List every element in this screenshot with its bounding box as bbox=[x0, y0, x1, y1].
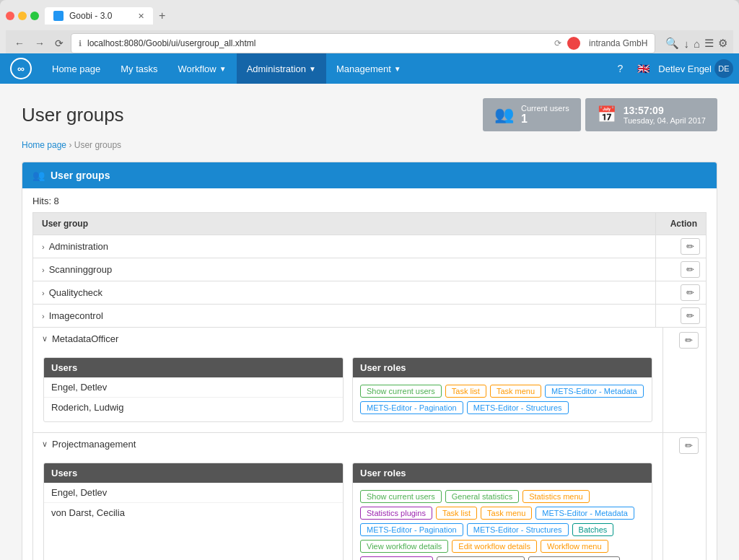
menu-icon[interactable]: ☰ bbox=[704, 37, 714, 50]
expanded-content: Users Engel, Detlevvon Darst, Cecilia Us… bbox=[33, 455, 663, 560]
address-bar[interactable]: ℹ localhost:8080/Goobi/ui/usergroup_all.… bbox=[71, 33, 655, 53]
chevron-down-icon: ∨ bbox=[42, 334, 48, 344]
date-value: Tuesday, 04. April 2017 bbox=[624, 116, 706, 125]
nav-item-mytasks[interactable]: My tasks bbox=[110, 53, 167, 84]
role-tag: Batches bbox=[572, 523, 614, 536]
nav-items: Home page My tasks Workflow ▼ Administra… bbox=[42, 53, 411, 84]
edit-button[interactable]: ✏ bbox=[681, 284, 700, 301]
chevron-down-icon: ▼ bbox=[394, 65, 401, 73]
roles-tags-container: Show current usersTask listTask menuMETS… bbox=[353, 377, 652, 421]
role-tag: METS-Editor - Structures bbox=[467, 401, 569, 414]
row-label: Qualitycheck bbox=[49, 287, 102, 298]
list-item: Engel, Detlev bbox=[44, 377, 343, 398]
section-header: 👥 User groups bbox=[22, 162, 717, 188]
roles-panel-header: User roles bbox=[353, 358, 652, 377]
roles-panel-header: User roles bbox=[353, 463, 652, 483]
nav-item-workflow[interactable]: Workflow ▼ bbox=[168, 53, 237, 84]
role-tag: Task menu bbox=[490, 385, 541, 398]
role-tag: Workflow menu bbox=[541, 540, 608, 553]
list-item: von Darst, Cecilia bbox=[44, 503, 343, 522]
tab-favicon bbox=[53, 11, 64, 21]
role-tag: Workflow plugins bbox=[360, 556, 433, 560]
role-tag: Statistics menu bbox=[522, 490, 590, 503]
minimize-dot[interactable] bbox=[18, 12, 27, 20]
role-tag: METS-Editor - Pagination bbox=[360, 523, 463, 536]
breadcrumb-current: User groups bbox=[74, 140, 121, 150]
role-tag: Search for processes bbox=[437, 556, 525, 560]
row-label: Imagecontrol bbox=[49, 310, 103, 321]
edit-button[interactable]: ✏ bbox=[681, 261, 700, 278]
role-tag: Task list bbox=[436, 507, 477, 520]
search-browser-icon[interactable]: 🔍 bbox=[665, 37, 679, 50]
hits-line: Hits: 8 bbox=[32, 196, 707, 206]
extension-icon[interactable]: ⚙ bbox=[718, 37, 727, 50]
role-tag: View workflow details bbox=[360, 540, 448, 553]
browser-tab[interactable]: Goobi - 3.0 ✕ bbox=[45, 7, 153, 25]
row-label: Projectmanagement bbox=[52, 439, 136, 450]
chevron-right-icon: › bbox=[42, 266, 45, 274]
new-tab-button[interactable]: + bbox=[153, 6, 171, 26]
table-row-expanded: ∨ Projectmanagement Users Engel, Detlevv… bbox=[33, 433, 707, 561]
row-toggle-btn[interactable]: › Qualitycheck bbox=[33, 281, 655, 304]
users-sub-panel: Users Engel, DetlevRoderich, Ludwig bbox=[43, 357, 344, 422]
nav-item-administration[interactable]: Administration ▼ bbox=[237, 53, 326, 84]
edit-button[interactable]: ✏ bbox=[681, 238, 700, 255]
close-dot[interactable] bbox=[6, 12, 14, 20]
back-button[interactable]: ← bbox=[12, 36, 27, 51]
datetime-widget: 📅 13:57:09 Tuesday, 04. April 2017 bbox=[585, 98, 717, 131]
reload-icon[interactable]: ⟳ bbox=[554, 38, 561, 48]
tab-label: Goobi - 3.0 bbox=[69, 11, 112, 21]
section-header-label: User groups bbox=[51, 170, 110, 181]
expanded-grid: Users Engel, Detlevvon Darst, Cecilia Us… bbox=[43, 463, 652, 560]
row-toggle-btn[interactable]: ∨ MetadataOfficer bbox=[33, 328, 663, 350]
user-label: Detlev Engel bbox=[658, 64, 712, 74]
breadcrumb-home[interactable]: Home page bbox=[22, 140, 66, 150]
role-tag: Task list bbox=[445, 385, 486, 398]
edit-button[interactable]: ✏ bbox=[679, 332, 699, 349]
table-row: › Administration ✏ bbox=[33, 235, 707, 258]
page-content: User groups 👥 Current users 1 📅 13:57:09… bbox=[0, 84, 739, 560]
role-tag: METS-Editor - Pagination bbox=[360, 401, 463, 414]
row-toggle-btn[interactable]: ∨ Projectmanagement bbox=[33, 433, 663, 455]
tab-close-icon[interactable]: ✕ bbox=[138, 12, 144, 21]
maximize-dot[interactable] bbox=[30, 12, 39, 20]
logo[interactable]: ∞ bbox=[0, 58, 42, 79]
expanded-grid: Users Engel, DetlevRoderich, Ludwig User… bbox=[43, 357, 652, 422]
role-tag: Edit workflow details bbox=[452, 540, 537, 553]
row-label: MetadataOfficer bbox=[52, 333, 118, 344]
top-navigation: ∞ Home page My tasks Workflow ▼ Administ… bbox=[0, 53, 739, 84]
nav-item-homepage[interactable]: Home page bbox=[42, 53, 110, 84]
forward-button[interactable]: → bbox=[32, 36, 48, 51]
table-row: › Imagecontrol ✏ bbox=[33, 305, 707, 328]
user-avatar[interactable]: DE bbox=[714, 59, 733, 78]
help-icon[interactable]: ? bbox=[611, 60, 629, 77]
users-panel-header: Users bbox=[44, 463, 343, 483]
roles-sub-panel: User roles Show current usersTask listTa… bbox=[352, 357, 652, 422]
roles-tags-container: Show current usersGeneral statisticsStat… bbox=[353, 483, 652, 560]
users-panel-body: Engel, DetlevRoderich, Ludwig bbox=[44, 377, 343, 417]
row-toggle-btn[interactable]: › Imagecontrol bbox=[33, 305, 655, 327]
row-toggle-btn[interactable]: › Scanninggroup bbox=[33, 258, 655, 281]
current-users-label: Current users bbox=[521, 104, 569, 113]
col-action-header: Action bbox=[656, 213, 707, 235]
chevron-down-icon: ▼ bbox=[309, 65, 316, 73]
logo-icon: ∞ bbox=[10, 58, 32, 79]
home-browser-icon[interactable]: ⌂ bbox=[694, 38, 700, 50]
chevron-down-icon: ▼ bbox=[219, 65, 227, 73]
breadcrumb-separator: › bbox=[69, 140, 74, 150]
chevron-right-icon: › bbox=[42, 312, 45, 320]
flag-icon[interactable]: 🇬🇧 bbox=[631, 60, 655, 77]
expanded-content: Users Engel, DetlevRoderich, Ludwig User… bbox=[33, 350, 663, 432]
download-icon[interactable]: ↓ bbox=[683, 38, 689, 50]
refresh-button[interactable]: ⟳ bbox=[52, 36, 66, 51]
nav-right: ? 🇬🇧 Detlev Engel DE bbox=[611, 59, 739, 78]
row-toggle-btn[interactable]: › Administration bbox=[33, 235, 655, 258]
row-label: Administration bbox=[49, 241, 108, 252]
edit-button[interactable]: ✏ bbox=[681, 307, 700, 324]
edit-button[interactable]: ✏ bbox=[679, 437, 699, 454]
role-tag: METS-Editor - Metadata bbox=[545, 385, 644, 398]
nav-item-management[interactable]: Management ▼ bbox=[326, 53, 411, 84]
table-row: › Qualitycheck ✏ bbox=[33, 281, 707, 305]
row-label: Scanninggroup bbox=[49, 264, 112, 275]
role-tag: List process templates bbox=[528, 556, 620, 560]
